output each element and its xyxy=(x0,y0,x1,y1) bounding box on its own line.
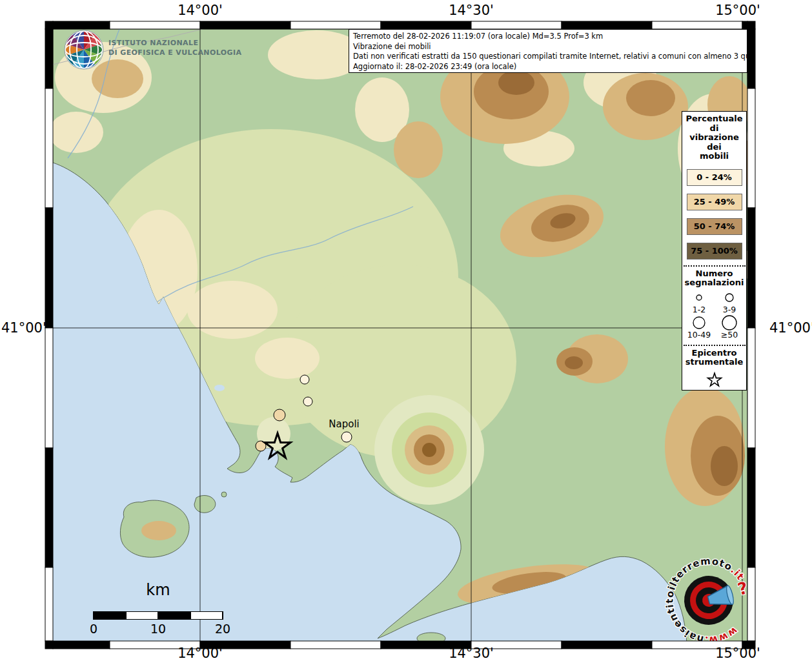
event-question: Vibrazione dei mobili xyxy=(353,42,743,52)
frame-segment xyxy=(45,21,53,29)
frame-segment xyxy=(45,29,53,88)
report-marker xyxy=(303,397,312,406)
size-circle-icon xyxy=(691,290,707,305)
frame-segment xyxy=(110,21,200,29)
frame-segment xyxy=(652,21,742,29)
size-item-10-49: 10-49 xyxy=(684,315,715,339)
frame-segment xyxy=(747,88,755,208)
frame-segment xyxy=(290,641,381,649)
legend-percent-title: Percentuale di vibrazione dei mobili xyxy=(685,114,742,161)
legend-title-line: mobili xyxy=(685,152,742,161)
frame-segment xyxy=(747,448,755,567)
event-disclaimer: Dati non verificati estratti da 150 ques… xyxy=(353,52,743,62)
frame-segment xyxy=(45,328,53,448)
legend-title-line: di xyxy=(685,124,742,134)
size-item-3-9: 3-9 xyxy=(715,290,745,314)
institute-line1: ISTITUTO NAZIONALE xyxy=(108,38,241,48)
legend-title-line: vibrazione xyxy=(685,133,742,143)
axis-label-lat: 41°00' xyxy=(1,320,41,336)
frame-segment xyxy=(747,328,755,448)
size-circle-icon xyxy=(721,290,738,305)
frame-segment xyxy=(562,21,652,29)
frame-segment xyxy=(562,641,652,649)
frame-segment xyxy=(747,567,755,641)
axis-label-lon: 15°00' xyxy=(715,3,760,18)
legend-title-line: Epicentro xyxy=(685,349,744,358)
swatch-label: 0 - 24% xyxy=(696,172,732,182)
legend-title-line: Percentuale xyxy=(685,114,742,124)
frame-segment xyxy=(471,21,562,29)
legend-title-line: segnalazioni xyxy=(685,278,744,288)
island-procida xyxy=(194,496,216,513)
legend-separator xyxy=(684,265,746,267)
frame-segment xyxy=(381,21,471,29)
report-marker xyxy=(274,409,285,421)
legend-panel: Percentuale di vibrazione dei mobili 0 -… xyxy=(682,111,747,391)
scale-segment xyxy=(158,612,190,619)
epicenter-star-glyph xyxy=(707,373,721,386)
report-size-key: 1-2 3-9 10-49 ≥50 xyxy=(684,290,745,339)
legend-title-line: dei xyxy=(685,143,742,152)
scale-tick: 10 xyxy=(150,622,166,636)
axis-label-lon: 14°30' xyxy=(449,3,494,18)
legend-title-line: Numero xyxy=(685,269,744,279)
scale-segment xyxy=(190,612,223,619)
ingv-logo-icon xyxy=(65,30,103,69)
frame-segment xyxy=(45,208,53,328)
legend-swatch-50-74: 50 - 74% xyxy=(687,218,742,235)
legend-epicenter-title: Epicentro strumentale xyxy=(685,349,744,367)
event-title: Terremoto del 28-02-2026 11:19:07 (ora l… xyxy=(353,32,743,42)
institute-name: ISTITUTO NAZIONALE DI GEOFISICA E VULCAN… xyxy=(108,38,241,57)
swatch-label: 75 - 100% xyxy=(691,246,738,256)
frame-segment xyxy=(290,21,381,29)
frame-segment xyxy=(45,448,53,567)
axis-label-lon: 14°00' xyxy=(178,646,223,661)
frame-segment xyxy=(53,641,110,649)
map-figure: www.haisentitoilterremoto.it ? 14°00' 14… xyxy=(0,0,812,661)
scale-segment xyxy=(94,612,126,619)
legend-reports-title: Numero segnalazioni xyxy=(685,269,744,288)
size-circle-icon xyxy=(721,315,738,330)
axis-label-lon: 14°00' xyxy=(178,3,223,18)
lake xyxy=(214,385,225,391)
city-label-napoli: Napoli xyxy=(329,418,359,430)
report-marker xyxy=(341,432,352,442)
size-label: 3-9 xyxy=(723,305,736,314)
legend-separator xyxy=(684,345,746,346)
frame-segment xyxy=(747,21,755,29)
frame-segment xyxy=(45,88,53,208)
legend-swatch-0-24: 0 - 24% xyxy=(687,169,742,186)
vesuvius xyxy=(374,395,484,505)
scale-unit-label: km xyxy=(132,581,184,599)
frame-segment xyxy=(45,641,53,649)
report-marker xyxy=(300,375,309,384)
scale-bar xyxy=(93,611,223,620)
frame-segment xyxy=(747,29,755,88)
axis-label-lat: 41°00' xyxy=(769,320,812,336)
swatch-label: 50 - 74% xyxy=(694,221,735,231)
swatch-label: 25 - 49% xyxy=(694,197,735,207)
size-item-50plus: ≥50 xyxy=(715,315,745,339)
legend-swatch-75-100: 75 - 100% xyxy=(687,243,742,259)
frame-segment xyxy=(742,21,747,29)
size-label: ≥50 xyxy=(721,330,738,339)
size-item-1-2: 1-2 xyxy=(684,290,715,314)
event-updated: Aggiornato il: 28-02-2026 23:49 (ora loc… xyxy=(353,62,743,72)
epicenter-star-icon xyxy=(704,371,726,390)
size-circle-icon xyxy=(691,315,707,330)
event-info-box: Terremoto del 28-02-2026 11:19:07 (ora l… xyxy=(349,29,747,73)
scale-tick: 0 xyxy=(90,622,97,636)
legend-title-line: strumentale xyxy=(685,358,744,367)
scale-segment xyxy=(126,612,158,619)
scale-tick: 20 xyxy=(215,622,230,636)
size-label: 10-49 xyxy=(687,330,711,339)
frame-segment xyxy=(200,21,290,29)
frame-segment xyxy=(747,208,755,328)
frame-segment xyxy=(45,567,53,641)
legend-swatch-25-49: 25 - 49% xyxy=(687,194,742,210)
axis-label-lon: 15°00' xyxy=(715,646,760,661)
axis-label-lon: 14°30' xyxy=(449,646,494,661)
institute-line2: DI GEOFISICA E VULCANOLOGIA xyxy=(108,48,241,57)
frame-segment xyxy=(53,21,110,29)
size-label: 1-2 xyxy=(693,305,705,314)
